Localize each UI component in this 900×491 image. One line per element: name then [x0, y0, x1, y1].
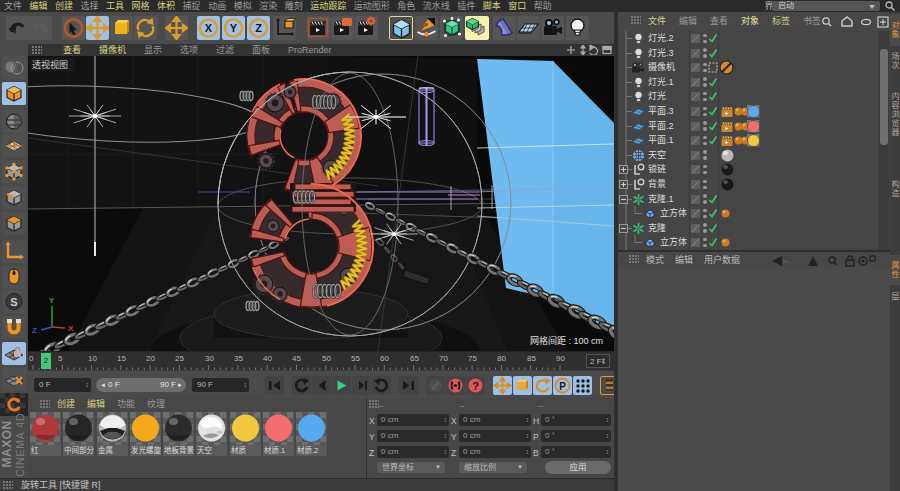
svg-text:P: P [559, 381, 566, 392]
svg-text:Z: Z [32, 326, 37, 335]
svg-text:Z: Z [255, 22, 262, 34]
svg-text:透视视图: 透视视图 [32, 59, 68, 70]
svg-text:?: ? [472, 380, 479, 392]
svg-text:网格间距 : 100 cm: 网格间距 : 100 cm [530, 335, 603, 346]
svg-text:X: X [205, 22, 213, 34]
svg-text:X: X [68, 324, 74, 333]
svg-text:Y: Y [49, 296, 55, 305]
svg-text:Y: Y [230, 22, 238, 34]
svg-text:S: S [10, 296, 17, 308]
